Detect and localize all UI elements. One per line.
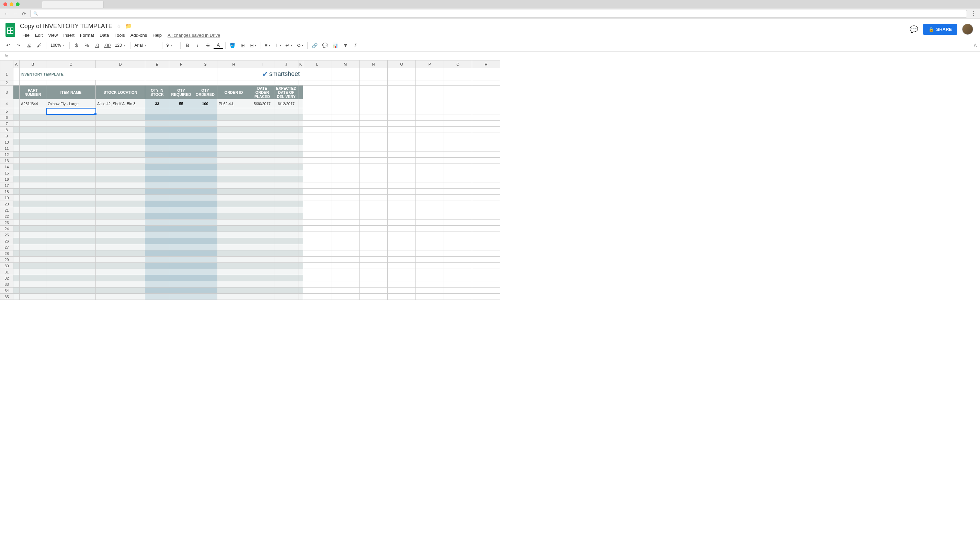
cell[interactable] (360, 213, 388, 220)
cell[interactable] (13, 294, 19, 300)
cell[interactable] (360, 80, 388, 86)
cell[interactable] (416, 226, 444, 232)
cell[interactable] (388, 201, 416, 207)
cell[interactable] (217, 121, 250, 127)
cell[interactable] (169, 121, 193, 127)
cell[interactable] (193, 164, 217, 170)
cell[interactable] (46, 80, 96, 86)
cell[interactable] (217, 127, 250, 133)
cell[interactable] (416, 288, 444, 294)
cell[interactable] (250, 108, 274, 115)
cell[interactable] (217, 164, 250, 170)
cell[interactable] (416, 263, 444, 269)
cell[interactable] (19, 250, 46, 256)
cell[interactable] (388, 269, 416, 275)
cell[interactable] (96, 238, 145, 244)
row-header-34[interactable]: 34 (0, 288, 13, 294)
number-format-select[interactable]: 123▼ (113, 43, 128, 48)
cell[interactable] (193, 151, 217, 158)
cell[interactable] (331, 294, 360, 300)
cell[interactable] (444, 294, 472, 300)
cell[interactable] (444, 232, 472, 238)
cell[interactable] (193, 244, 217, 250)
cell[interactable] (250, 275, 274, 281)
cell[interactable] (274, 182, 298, 189)
undo-button[interactable]: ↶ (3, 41, 13, 50)
cell[interactable] (303, 220, 331, 226)
row-header-14[interactable]: 14 (0, 164, 13, 170)
cell[interactable] (217, 213, 250, 220)
column-header-O[interactable]: O (388, 61, 416, 68)
cell[interactable] (298, 170, 303, 176)
cell[interactable] (472, 133, 500, 139)
cell[interactable] (19, 189, 46, 195)
cell[interactable] (145, 232, 169, 238)
cell[interactable] (444, 226, 472, 232)
cell[interactable] (388, 133, 416, 139)
cell[interactable] (217, 263, 250, 269)
cell[interactable] (360, 99, 388, 108)
cell[interactable] (250, 238, 274, 244)
cell[interactable] (96, 288, 145, 294)
browser-tab[interactable] (42, 1, 104, 8)
cell[interactable] (331, 220, 360, 226)
italic-button[interactable]: I (193, 41, 203, 50)
cell[interactable] (298, 281, 303, 288)
cell[interactable] (46, 256, 96, 263)
cell[interactable] (193, 80, 217, 86)
cell[interactable] (444, 213, 472, 220)
cell[interactable] (360, 288, 388, 294)
row-header-8[interactable]: 8 (0, 127, 13, 133)
column-header-M[interactable]: M (331, 61, 360, 68)
cell[interactable] (298, 86, 303, 99)
cell[interactable] (416, 195, 444, 201)
cell[interactable] (416, 164, 444, 170)
cell[interactable] (46, 189, 96, 195)
cell[interactable] (169, 288, 193, 294)
cell[interactable] (444, 145, 472, 151)
cell[interactable] (96, 207, 145, 213)
cell[interactable] (331, 151, 360, 158)
cell[interactable] (13, 80, 19, 86)
cell[interactable] (416, 158, 444, 164)
move-folder-icon[interactable]: 📁 (125, 23, 132, 29)
cell[interactable] (444, 288, 472, 294)
cell[interactable] (303, 68, 331, 80)
cell[interactable] (193, 263, 217, 269)
cell[interactable] (19, 80, 46, 86)
cell[interactable] (444, 195, 472, 201)
collapse-toolbar-button[interactable]: ᐱ (974, 43, 977, 48)
cell[interactable] (388, 158, 416, 164)
cell[interactable] (472, 256, 500, 263)
row-header-12[interactable]: 12 (0, 151, 13, 158)
cell[interactable] (46, 195, 96, 201)
cell[interactable] (416, 145, 444, 151)
select-all-corner[interactable] (0, 61, 13, 68)
cell[interactable] (217, 145, 250, 151)
cell[interactable] (472, 108, 500, 115)
row-header-20[interactable]: 20 (0, 201, 13, 207)
cell[interactable] (416, 189, 444, 195)
row-header-33[interactable]: 33 (0, 281, 13, 288)
cell[interactable] (250, 139, 274, 145)
row-header-18[interactable]: 18 (0, 189, 13, 195)
cell[interactable] (274, 133, 298, 139)
cell[interactable] (331, 238, 360, 244)
row-header-1[interactable]: 1 (0, 68, 13, 80)
cell[interactable] (13, 99, 19, 108)
cell[interactable] (416, 68, 444, 80)
cell[interactable] (298, 189, 303, 195)
cell[interactable] (193, 158, 217, 164)
cell[interactable] (46, 207, 96, 213)
cell[interactable] (303, 121, 331, 127)
cell[interactable] (250, 115, 274, 121)
cell[interactable] (331, 256, 360, 263)
cell[interactable] (444, 139, 472, 145)
cell[interactable] (472, 139, 500, 145)
cell[interactable] (303, 86, 331, 99)
cell[interactable] (331, 250, 360, 256)
cell[interactable] (416, 294, 444, 300)
cell[interactable] (19, 139, 46, 145)
cell[interactable]: PL62-4-L (217, 99, 250, 108)
cell[interactable] (19, 256, 46, 263)
